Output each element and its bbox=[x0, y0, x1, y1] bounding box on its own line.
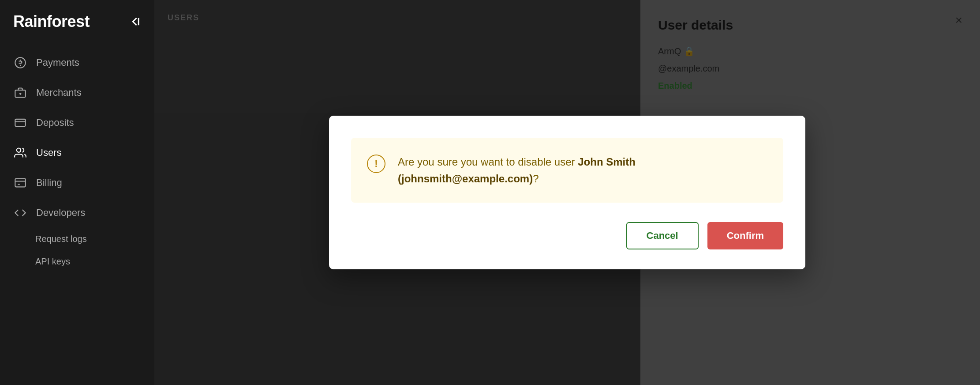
confirm-button[interactable]: Confirm bbox=[707, 222, 783, 249]
sidebar-item-deposits[interactable]: Deposits bbox=[0, 108, 154, 138]
svg-rect-5 bbox=[15, 119, 25, 126]
sidebar-item-developers-label: Developers bbox=[36, 207, 85, 219]
sidebar-header: Rainforest bbox=[0, 0, 154, 43]
sidebar-item-billing-label: Billing bbox=[36, 177, 62, 189]
svg-point-6 bbox=[17, 148, 21, 152]
sidebar-item-deposits-label: Deposits bbox=[36, 117, 74, 128]
dialog-actions: Cancel Confirm bbox=[351, 222, 783, 249]
sidebar-item-users-label: Users bbox=[36, 147, 61, 159]
svg-point-1 bbox=[15, 57, 25, 68]
sidebar-item-merchants[interactable]: Merchants bbox=[0, 78, 154, 108]
sidebar-item-users[interactable]: Users bbox=[0, 138, 154, 168]
confirm-dialog: ! Are you sure you want to disable user … bbox=[329, 116, 805, 269]
modal-overlay: ! Are you sure you want to disable user … bbox=[154, 0, 980, 385]
sidebar-item-request-logs-label: Request logs bbox=[35, 234, 87, 244]
warning-icon: ! bbox=[367, 155, 385, 173]
sidebar-item-payments-label: Payments bbox=[36, 57, 79, 68]
sidebar-nav: Payments Merchants Deposits bbox=[0, 43, 154, 277]
sidebar-item-merchants-label: Merchants bbox=[36, 87, 82, 98]
app-title: Rainforest bbox=[13, 12, 90, 31]
main-area: USERS User details × ArmQ 🔒 @example.com… bbox=[154, 0, 980, 385]
sidebar-item-api-keys-label: API keys bbox=[35, 257, 70, 267]
sidebar: Rainforest Payments bbox=[0, 0, 154, 385]
warning-prefix: Are you sure you want to disable user bbox=[398, 156, 578, 168]
sidebar-item-developers[interactable]: Developers bbox=[0, 198, 154, 228]
warning-box: ! Are you sure you want to disable user … bbox=[351, 138, 783, 202]
merchants-icon bbox=[13, 86, 27, 100]
cancel-button[interactable]: Cancel bbox=[626, 222, 699, 249]
users-icon bbox=[13, 146, 27, 160]
sidebar-item-api-keys[interactable]: API keys bbox=[0, 250, 154, 273]
sidebar-item-request-logs[interactable]: Request logs bbox=[0, 228, 154, 250]
billing-icon bbox=[13, 176, 27, 190]
payments-icon bbox=[13, 56, 27, 70]
warning-text: Are you sure you want to disable user Jo… bbox=[398, 154, 636, 186]
sidebar-item-payments[interactable]: Payments bbox=[0, 48, 154, 78]
warning-suffix: ? bbox=[533, 173, 539, 185]
sidebar-collapse-button[interactable] bbox=[129, 15, 141, 28]
deposits-icon bbox=[13, 116, 27, 130]
developers-icon bbox=[13, 206, 27, 220]
svg-rect-7 bbox=[15, 179, 25, 187]
sidebar-item-billing[interactable]: Billing bbox=[0, 168, 154, 198]
